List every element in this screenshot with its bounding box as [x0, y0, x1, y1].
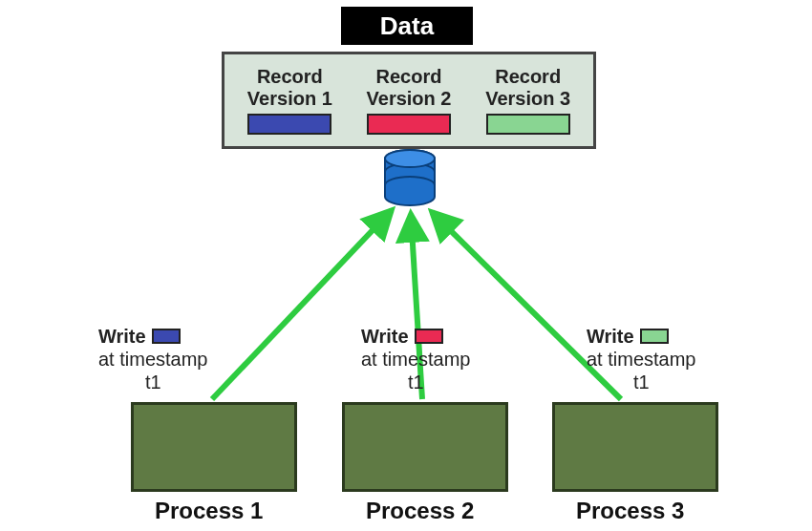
write-text: Write: [587, 325, 634, 348]
write-label-1: Write at timestamp t1: [98, 325, 207, 393]
write-timestamp-line2: t1: [361, 371, 470, 393]
write-timestamp-line1: at timestamp: [587, 348, 695, 371]
write-label-3: Write at timestamp t1: [587, 325, 695, 393]
diagram-title: Data: [341, 7, 473, 45]
record-label: Record Version 2: [367, 66, 452, 110]
record-swatch: [247, 114, 331, 135]
record-text-line1: Record: [257, 66, 323, 87]
write-swatch: [415, 329, 443, 344]
record-label: Record Version 1: [247, 66, 332, 110]
write-swatch: [152, 329, 181, 344]
record-version-3: Record Version 3: [471, 66, 586, 135]
record-text-line1: Record: [376, 66, 442, 87]
records-container: Record Version 1 Record Version 2 Record…: [222, 52, 596, 149]
process-box-2: [342, 402, 508, 492]
process-box-3: [552, 402, 718, 492]
process-box-1: [131, 402, 297, 492]
record-text-line2: Version 1: [247, 88, 332, 109]
record-swatch: [486, 114, 570, 135]
write-label-2: Write at timestamp t1: [361, 325, 470, 393]
write-timestamp-line1: at timestamp: [98, 348, 207, 371]
process-label-3: Process 3: [576, 498, 684, 524]
write-text: Write: [361, 325, 409, 348]
write-timestamp-line2: t1: [587, 371, 695, 393]
svg-point-3: [385, 150, 435, 167]
record-text-line2: Version 2: [367, 88, 452, 109]
write-swatch: [640, 329, 669, 344]
record-version-2: Record Version 2: [352, 66, 466, 135]
record-text-line2: Version 3: [485, 88, 570, 109]
write-text: Write: [98, 325, 146, 348]
database-icon: [382, 149, 438, 206]
write-timestamp-line1: at timestamp: [361, 348, 470, 371]
record-text-line1: Record: [495, 66, 561, 87]
process-label-1: Process 1: [155, 498, 263, 524]
record-version-1: Record Version 1: [232, 66, 347, 135]
record-label: Record Version 3: [485, 66, 570, 110]
write-timestamp-line2: t1: [98, 371, 207, 393]
record-swatch: [367, 114, 451, 135]
process-label-2: Process 2: [366, 498, 474, 524]
